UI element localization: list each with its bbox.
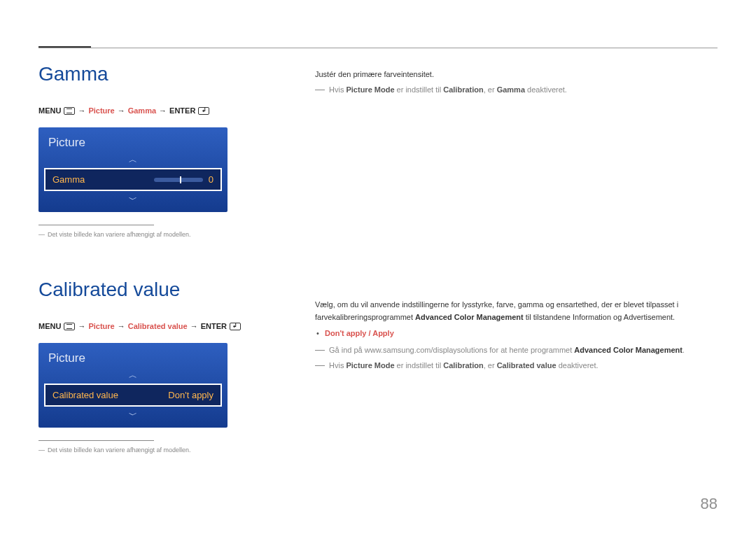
note-text: Det viste billede kan variere afhængigt … — [48, 231, 191, 238]
osd-panel-calibrated: Picture ︿ Calibrated value Don't apply ﹀ — [38, 343, 227, 428]
menu-label: MENU — [38, 322, 61, 330]
t: deaktiveret. — [556, 361, 598, 370]
t: . — [682, 346, 685, 354]
chevron-down-icon[interactable]: ﹀ — [38, 191, 227, 205]
t: Gå ind på www.samsung.com/displaysolutio… — [329, 346, 574, 354]
arrow-icon: → — [159, 106, 167, 115]
chevron-up-icon[interactable]: ︿ — [38, 370, 227, 384]
section-calibrated: Calibrated value MENU → Picture → Calibr… — [38, 279, 315, 454]
acm-ref: Advanced Color Management — [574, 346, 682, 354]
model-note: ―Det viste billede kan variere afhængigt… — [38, 231, 315, 238]
breadcrumb-picture: Picture — [88, 322, 114, 330]
calibrated-value-ref: Calibrated value — [497, 361, 556, 370]
note-content: Hvis Picture Mode er indstillet til Cali… — [329, 360, 718, 372]
chevron-down-icon[interactable]: ﹀ — [38, 407, 227, 421]
gamma-intro: Justér den primære farveintensitet. — [315, 69, 718, 81]
left-column: Gamma MENU → Picture → Gamma → ENTER Pic… — [38, 63, 315, 454]
t: til tilstandene Information og Advertise… — [524, 313, 675, 321]
note-divider — [38, 440, 154, 441]
menu-label: MENU — [38, 106, 61, 115]
enter-icon — [198, 107, 209, 115]
gamma-body: Justér den primære farveintensitet. ― Hv… — [315, 69, 718, 96]
model-note: ―Det viste billede kan variere afhængigt… — [38, 447, 315, 454]
t: Hvis — [329, 361, 346, 370]
slider-knob[interactable] — [180, 176, 181, 183]
t: , er — [484, 361, 497, 370]
note-divider — [38, 225, 154, 225]
enter-label: ENTER — [201, 322, 227, 330]
osd-row-value: Don't apply — [168, 390, 214, 400]
t: er indstillet til — [395, 85, 444, 94]
calibrated-body: Vælg, om du vil anvende indstillingerne … — [315, 299, 718, 372]
gamma-deactivation-note: ― Hvis Picture Mode er indstillet til Ca… — [315, 84, 718, 97]
enter-label: ENTER — [169, 106, 195, 115]
header-rule — [38, 48, 718, 48]
breadcrumb-gamma-item: Gamma — [128, 106, 156, 115]
arrow-icon: → — [118, 106, 125, 115]
note-content: Gå ind på www.samsung.com/displaysolutio… — [329, 344, 718, 357]
picture-mode-ref: Picture Mode — [346, 85, 394, 94]
osd-panel-gamma: Picture ︿ Gamma 0 ﹀ — [38, 127, 227, 212]
enter-icon — [230, 323, 241, 330]
arrow-icon: → — [118, 322, 125, 330]
t: deaktiveret. — [525, 85, 567, 94]
options-values: Don't apply / Apply — [325, 329, 394, 337]
arrow-icon: → — [190, 322, 198, 330]
page-content: Gamma MENU → Picture → Gamma → ENTER Pic… — [38, 42, 718, 454]
osd-title: Picture — [38, 343, 227, 370]
breadcrumb-picture: Picture — [88, 106, 114, 115]
dash-icon: ― — [315, 344, 325, 357]
dash-icon: ― — [315, 84, 325, 97]
menu-icon — [64, 323, 75, 330]
gamma-slider[interactable] — [154, 178, 203, 182]
dash-icon: ― — [38, 231, 45, 238]
breadcrumb-gamma: MENU → Picture → Gamma → ENTER — [38, 106, 315, 115]
gamma-ref: Gamma — [497, 85, 525, 94]
calibrated-intro: Vælg, om du vil anvende indstillingerne … — [315, 299, 718, 323]
osd-row-value: 0 — [209, 174, 214, 185]
osd-row-calibrated[interactable]: Calibrated value Don't apply — [44, 384, 222, 407]
dash-icon: ― — [38, 447, 45, 454]
breadcrumb-calibrated-item: Calibrated value — [128, 322, 188, 330]
section-heading-gamma: Gamma — [38, 63, 315, 85]
acm-ref: Advanced Color Management — [415, 313, 524, 321]
note-text: Det viste billede kan variere afhængigt … — [48, 447, 191, 454]
download-note: ― Gå ind på www.samsung.com/displaysolut… — [315, 344, 718, 357]
t: , er — [484, 85, 497, 94]
options-bullet: Don't apply / Apply — [315, 328, 718, 340]
chevron-up-icon[interactable]: ︿ — [38, 154, 227, 168]
menu-icon — [64, 107, 75, 115]
osd-row-gamma[interactable]: Gamma 0 — [44, 168, 222, 191]
picture-mode-ref: Picture Mode — [346, 361, 394, 370]
arrow-icon: → — [78, 322, 85, 330]
right-column: Justér den primære farveintensitet. ― Hv… — [315, 63, 718, 454]
t: Hvis — [329, 85, 346, 94]
osd-row-label: Calibrated value — [52, 390, 118, 400]
osd-title: Picture — [38, 127, 227, 154]
page-number: 88 — [701, 495, 718, 513]
calibrated-deactivation-note: ― Hvis Picture Mode er indstillet til Ca… — [315, 360, 718, 372]
calibration-ref: Calibration — [443, 361, 483, 370]
calibration-ref: Calibration — [443, 85, 483, 94]
dash-icon: ― — [315, 360, 325, 372]
section-heading-calibrated: Calibrated value — [38, 279, 315, 301]
note-content: Hvis Picture Mode er indstillet til Cali… — [329, 84, 718, 97]
arrow-icon: → — [78, 106, 85, 115]
t: er indstillet til — [395, 361, 444, 370]
breadcrumb-calibrated: MENU → Picture → Calibrated value → ENTE… — [38, 322, 315, 330]
osd-row-label: Gamma — [52, 174, 85, 185]
